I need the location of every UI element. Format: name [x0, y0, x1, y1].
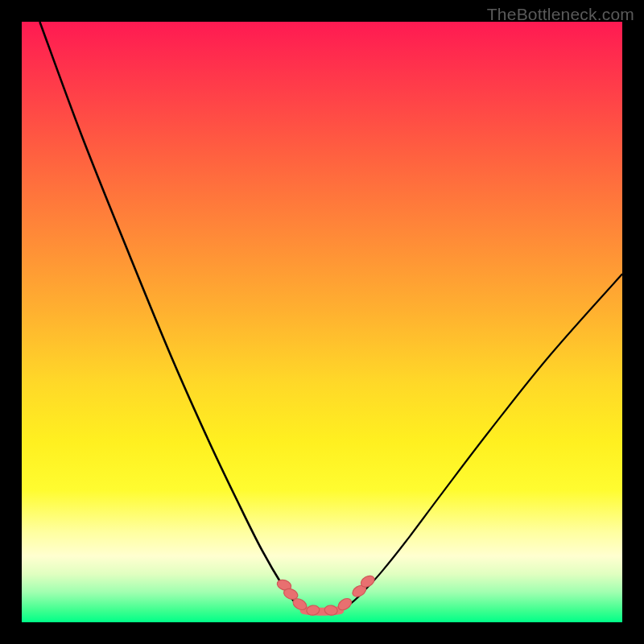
- chart-svg: [22, 22, 622, 622]
- watermark-text: TheBottleneck.com: [487, 5, 634, 24]
- right-curve-path: [340, 274, 622, 610]
- chart-plot-area: [22, 22, 622, 622]
- trough-markers: [275, 574, 376, 617]
- left-curve-path: [39, 22, 303, 610]
